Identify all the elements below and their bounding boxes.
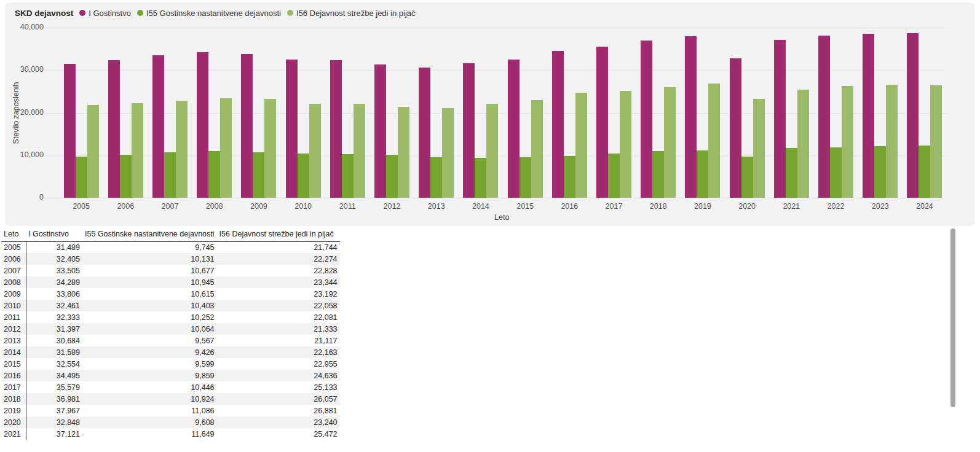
table-row: 201836,98110,92426,057 <box>1 393 340 405</box>
bar-2024-series-1[interactable] <box>907 33 919 198</box>
bar-2011-series-3[interactable] <box>354 104 365 198</box>
bar-2006-series-3[interactable] <box>132 103 143 198</box>
table-row: 201634,4959,85924,636 <box>1 370 340 381</box>
table-row: 200933,80610,61523,192 <box>1 288 340 300</box>
bar-2009-series-2[interactable] <box>253 152 264 198</box>
bar-2020-series-2[interactable] <box>741 157 753 198</box>
bar-chart-plot-area: Stevilo zaposlenih Leto 010,00020,00030,… <box>5 2 975 226</box>
value-cell: 22,163 <box>217 346 340 358</box>
year-cell: 2009 <box>1 288 26 300</box>
table-row: 201330,6849,56721,117 <box>1 335 340 346</box>
value-cell: 23,240 <box>217 416 340 428</box>
bar-2008-series-3[interactable] <box>220 98 232 198</box>
bar-2019-series-3[interactable] <box>708 84 720 198</box>
bar-2016-series-1[interactable] <box>552 51 564 198</box>
x-tick-label: 2011 <box>328 202 367 211</box>
value-cell: 37,967 <box>26 405 82 416</box>
bar-2008-series-2[interactable] <box>208 151 220 198</box>
value-cell: 37,121 <box>26 428 82 440</box>
column-header-2: I Gostinstvo <box>26 227 82 241</box>
bar-2019-series-1[interactable] <box>685 36 697 198</box>
value-cell: 22,828 <box>217 265 340 276</box>
bar-2019-series-2[interactable] <box>697 150 708 198</box>
year-cell: 2017 <box>1 381 26 393</box>
bar-2020-series-3[interactable] <box>753 99 765 198</box>
value-cell: 9,599 <box>82 358 217 370</box>
x-tick-label: 2014 <box>461 202 500 211</box>
y-tick-label: 10,000 <box>10 150 44 159</box>
bar-2012-series-3[interactable] <box>398 107 409 198</box>
bar-2015-series-2[interactable] <box>520 157 531 198</box>
bar-2007-series-1[interactable] <box>152 55 164 198</box>
bar-2023-series-3[interactable] <box>886 85 898 198</box>
bar-2023-series-2[interactable] <box>874 146 886 198</box>
bar-2021-series-2[interactable] <box>786 148 797 198</box>
bar-2015-series-3[interactable] <box>531 100 543 198</box>
bar-2013-series-2[interactable] <box>430 157 442 198</box>
value-cell: 35,579 <box>26 381 82 393</box>
year-cell: 2005 <box>1 241 26 253</box>
bar-2016-series-3[interactable] <box>575 93 587 198</box>
value-cell: 31,397 <box>26 323 82 335</box>
bar-2018-series-2[interactable] <box>652 151 664 198</box>
bar-2010-series-1[interactable] <box>286 60 298 198</box>
value-cell: 23,192 <box>217 288 340 300</box>
bar-2015-series-1[interactable] <box>508 60 520 198</box>
value-cell: 21,744 <box>217 241 340 253</box>
value-cell: 32,405 <box>26 253 82 265</box>
x-tick-label: 2012 <box>373 202 412 211</box>
bar-2013-series-1[interactable] <box>419 68 430 198</box>
bar-2021-series-3[interactable] <box>797 90 809 198</box>
bar-2017-series-1[interactable] <box>596 47 608 198</box>
bar-2016-series-2[interactable] <box>564 156 575 198</box>
bar-2023-series-1[interactable] <box>863 34 874 198</box>
table-scrollbar-thumb[interactable] <box>950 228 955 407</box>
bar-2018-series-1[interactable] <box>641 41 652 198</box>
bar-2011-series-1[interactable] <box>330 60 342 198</box>
value-cell: 24,636 <box>217 370 340 381</box>
value-cell: 32,848 <box>26 416 82 428</box>
bar-2014-series-2[interactable] <box>475 158 486 198</box>
bar-2008-series-1[interactable] <box>197 52 208 198</box>
bar-2010-series-2[interactable] <box>298 154 309 198</box>
bar-2006-series-1[interactable] <box>108 60 120 198</box>
value-cell: 9,745 <box>82 241 217 253</box>
bar-2017-series-3[interactable] <box>620 91 631 198</box>
bar-2012-series-2[interactable] <box>386 155 398 198</box>
value-cell: 25,472 <box>217 428 340 440</box>
bar-2013-series-3[interactable] <box>442 108 454 198</box>
bar-2005-series-1[interactable] <box>64 64 76 198</box>
year-cell: 2010 <box>1 300 26 311</box>
bar-2017-series-2[interactable] <box>608 154 620 198</box>
bar-2010-series-3[interactable] <box>309 104 321 198</box>
value-cell: 32,554 <box>26 358 82 370</box>
year-cell: 2018 <box>1 393 26 405</box>
bar-2022-series-3[interactable] <box>842 86 853 198</box>
bar-2009-series-1[interactable] <box>241 54 253 198</box>
bar-2012-series-1[interactable] <box>374 64 386 198</box>
bar-2009-series-3[interactable] <box>264 99 276 198</box>
x-tick-label: 2022 <box>816 202 856 211</box>
bar-2007-series-3[interactable] <box>176 101 188 198</box>
bar-2014-series-1[interactable] <box>463 63 475 198</box>
bar-2021-series-1[interactable] <box>774 40 786 198</box>
x-tick-label: 2006 <box>106 202 145 211</box>
gridline <box>45 70 947 71</box>
bar-2024-series-2[interactable] <box>919 146 930 198</box>
year-cell: 2016 <box>1 370 26 381</box>
bar-2005-series-3[interactable] <box>87 105 99 198</box>
bar-2022-series-2[interactable] <box>830 147 842 198</box>
bar-2007-series-2[interactable] <box>164 152 176 198</box>
x-tick-label: 2013 <box>417 202 456 211</box>
bar-2014-series-3[interactable] <box>486 104 498 198</box>
bar-2006-series-2[interactable] <box>120 155 132 198</box>
bar-2024-series-3[interactable] <box>930 85 942 198</box>
bar-2011-series-2[interactable] <box>342 154 354 198</box>
x-tick-label: 2021 <box>772 202 811 211</box>
bar-2005-series-2[interactable] <box>76 157 87 198</box>
bar-2020-series-1[interactable] <box>730 58 741 198</box>
x-axis-title: Leto <box>494 213 509 222</box>
value-cell: 10,252 <box>82 311 217 323</box>
bar-2018-series-3[interactable] <box>664 87 676 198</box>
bar-2022-series-1[interactable] <box>818 36 830 198</box>
